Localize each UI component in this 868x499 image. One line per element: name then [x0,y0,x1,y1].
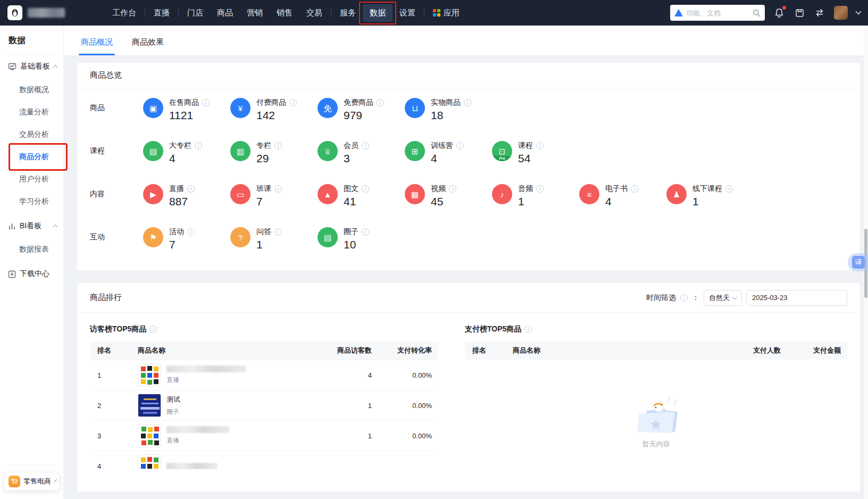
info-icon[interactable] [274,142,282,149]
nav-trade[interactable]: 交易 [299,4,329,22]
sidebar-item-data-overview[interactable]: 数据概况 [0,80,63,100]
info-icon[interactable] [195,142,202,149]
date-input[interactable] [752,294,846,302]
stat-label: 大专栏 [169,141,191,151]
notifications-bell-icon[interactable] [773,7,785,19]
info-icon[interactable] [187,228,195,236]
switch-account-icon[interactable] [814,7,825,19]
nav-settings[interactable]: 设置 [393,4,422,22]
granularity-select[interactable]: 自然天 [704,290,742,306]
sidebar-item-learning-analysis[interactable]: 学习分析 [0,192,63,212]
rank-cell: 1 [90,371,138,379]
logo[interactable] [7,5,22,20]
nav-service[interactable]: 服务 [333,4,363,22]
sidebar-footer: 零售电商 [0,458,63,499]
stat-paid-products: ¥ 付费商品 142 [230,98,318,122]
product-cell: 直播 [138,424,313,447]
info-icon[interactable] [725,185,733,193]
visitor-top5-title: 访客榜TOP5商品 [90,325,146,334]
info-icon[interactable] [449,185,456,193]
table-row[interactable]: 3 [90,420,438,451]
info-icon[interactable] [149,326,157,333]
row-label: 课程 [90,141,143,156]
membership-crown-icon: ♕ [318,141,338,161]
stat-ebook: ≡ 电子书 4 [579,184,666,208]
product-type: 圈子 [166,407,180,417]
shop-icon[interactable] [794,7,805,19]
stat-label: 课程 [518,141,533,151]
nav-store[interactable]: 门店 [180,4,210,22]
info-icon[interactable] [536,142,544,149]
nav-sales[interactable]: 销售 [270,4,299,22]
qa-chat-icon: ? [230,227,251,247]
info-icon[interactable] [187,185,195,193]
info-icon[interactable] [362,185,369,193]
sidebar-group-bi-dashboard[interactable]: BI看板 [0,214,63,237]
empty-folder-illustration [631,393,682,434]
translate-fab[interactable]: 译 [848,253,868,271]
tab-product-effect[interactable]: 商品效果 [130,37,166,55]
chevron-down-icon [732,294,738,300]
top-navigation: 工作台 直播 门店 商品 营销 销售 交易 服务 数据 设置 应用 [0,0,868,26]
info-icon[interactable] [362,142,369,149]
info-icon[interactable] [456,142,464,149]
nav-live[interactable]: 直播 [147,4,177,22]
nav-marketing[interactable]: 营销 [240,4,270,22]
community-icon: ▤ [318,227,338,247]
time-filter-label: 时间筛选 [646,293,676,303]
info-icon[interactable] [536,185,544,193]
card-title: 商品总览 [90,70,122,80]
info-icon[interactable] [289,99,297,106]
sidebar-item-download-center[interactable]: 下载中心 [0,262,63,285]
nav-apps[interactable]: 应用 [426,4,466,22]
payment-table: 排名 商品名称 支付人数 支付金额 [465,342,847,482]
sidebar-item-user-analysis[interactable]: 用户分析 [0,169,63,189]
stat-value: 3 [344,152,369,165]
tab-product-overview[interactable]: 商品概况 [79,37,115,55]
sidebar-group-basic-dashboard[interactable]: 基础看板 [0,54,63,78]
account-chevron-down-icon[interactable] [855,9,861,14]
notification-badge [782,6,786,10]
stat-value: 54 [518,152,544,165]
stat-membership: ♕ 会员 3 [318,141,405,165]
search-icon[interactable] [753,9,761,17]
table-row[interactable]: 4 [90,451,438,469]
offline-course-icon: ♟ [666,184,687,204]
info-icon[interactable] [274,228,282,236]
collapse-arrow-icon[interactable] [53,64,58,70]
visitors-cell: 1 [313,432,372,440]
time-filter-colon: ： [692,293,699,303]
stat-label: 图文 [344,184,358,194]
sidebar-item-trade-analysis[interactable]: 交易分析 [0,124,63,145]
collapse-arrow-icon[interactable] [53,224,58,229]
date-picker[interactable] [746,290,847,306]
sidebar-item-data-report[interactable]: 数据报表 [0,239,63,260]
info-icon[interactable] [631,185,638,193]
info-icon[interactable] [377,99,384,106]
info-icon[interactable] [524,326,532,333]
sidebar-item-traffic-analysis[interactable]: 流量分析 [0,102,63,122]
avatar[interactable] [834,6,848,20]
stat-value: 45 [431,195,456,208]
nav-products[interactable]: 商品 [210,4,240,22]
search-input[interactable] [686,9,749,17]
nav-divider [178,9,179,16]
global-search[interactable] [670,5,765,21]
stat-label: 实物商品 [431,98,461,107]
row-label: 互动 [90,227,143,242]
bar-chart-icon [8,222,16,230]
table-row[interactable]: 2 [90,390,438,420]
conversion-cell: 0.00% [372,432,438,440]
info-icon[interactable] [362,228,369,236]
granularity-value: 自然天 [709,293,730,303]
workspace-switcher[interactable]: 零售电商 [4,472,59,490]
product-thumbnail [138,424,161,447]
nav-workbench[interactable]: 工作台 [105,4,143,22]
table-row[interactable]: 1 [90,360,438,390]
sidebar-item-product-analysis[interactable]: 商品分析 [0,147,63,167]
info-icon[interactable] [464,99,471,106]
info-icon[interactable] [202,99,210,106]
nav-data[interactable]: 数据 [363,4,393,22]
info-icon[interactable] [274,185,282,193]
info-icon[interactable] [680,294,688,302]
